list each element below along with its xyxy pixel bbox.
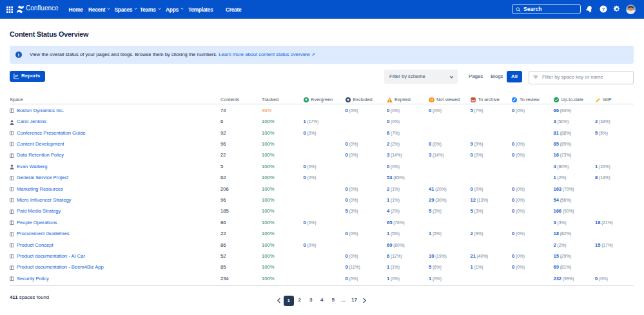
svg-text:?: ? <box>602 7 605 12</box>
